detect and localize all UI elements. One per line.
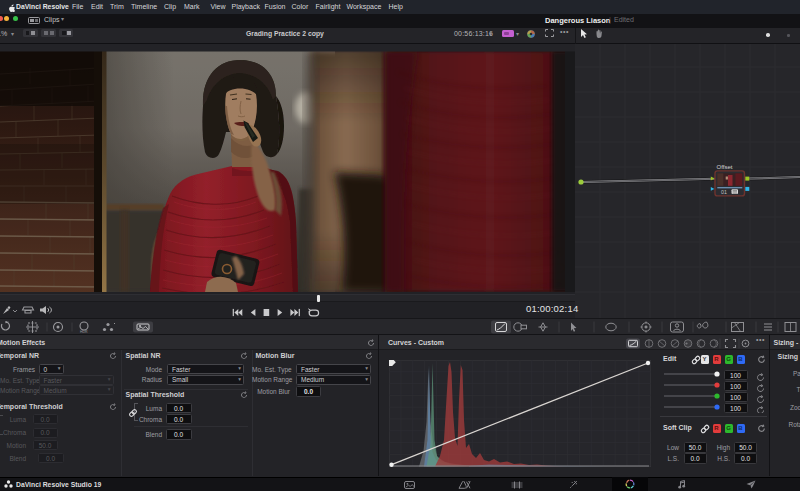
- svg-text:01: 01: [721, 189, 727, 195]
- svg-text:Offset: Offset: [717, 164, 733, 170]
- svg-text:HDR: HDR: [80, 330, 88, 334]
